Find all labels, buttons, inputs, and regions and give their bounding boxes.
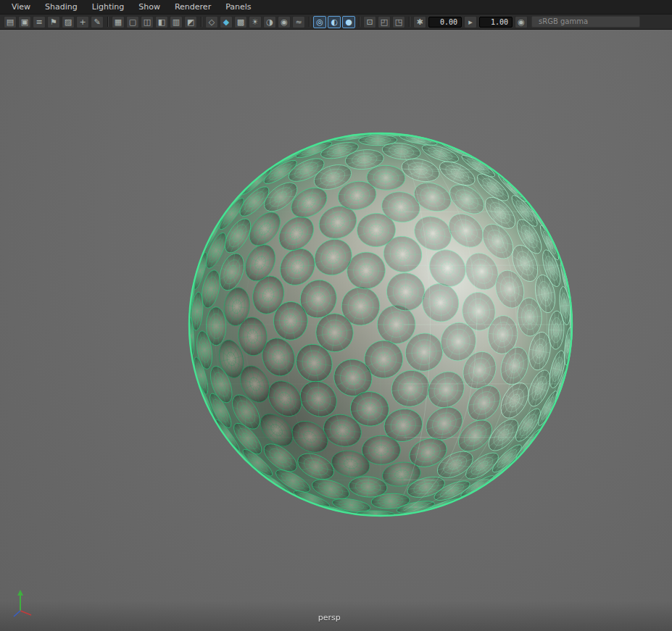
smooth-shade-icon[interactable]: ◆ xyxy=(220,16,233,28)
axis-x xyxy=(20,611,31,615)
menu-view[interactable]: View xyxy=(4,1,38,14)
gate-mask-icon[interactable]: ◧ xyxy=(155,16,168,28)
lock-camera-icon[interactable]: ▣ xyxy=(18,16,31,28)
view-transform-icon[interactable]: ◉ xyxy=(515,16,528,28)
axis-z xyxy=(14,611,20,617)
viewport-canvas[interactable] xyxy=(0,30,672,631)
bookmarks-icon[interactable]: ⚑ xyxy=(47,16,60,28)
motion-blur-icon[interactable]: ≈ xyxy=(292,16,305,28)
grid-icon[interactable]: ▦ xyxy=(112,16,125,28)
xray-joints-icon[interactable]: ● xyxy=(342,16,355,28)
panel-menu-bar: View Shading Lighting Show Renderer Pane… xyxy=(0,0,672,14)
menu-show[interactable]: Show xyxy=(131,1,167,14)
wireframe-icon[interactable]: ◇ xyxy=(205,16,218,28)
toolbar-separator xyxy=(359,17,360,27)
menu-renderer[interactable]: Renderer xyxy=(167,1,218,14)
viewport[interactable]: persp xyxy=(0,30,672,631)
safe-action-icon[interactable]: ◩ xyxy=(184,16,197,28)
exposure-field[interactable] xyxy=(428,17,462,28)
select-camera-icon[interactable]: ▤ xyxy=(4,16,17,28)
image-plane-icon[interactable]: ▨ xyxy=(62,16,75,28)
view-transform-dropdown[interactable]: sRGB gamma xyxy=(531,16,640,28)
camera-label: persp xyxy=(318,613,341,622)
shadows-icon[interactable]: ◑ xyxy=(263,16,276,28)
toolbar-separator xyxy=(309,17,310,27)
grease-pencil-icon[interactable]: ✎ xyxy=(91,16,104,28)
film-gate-icon[interactable]: ▢ xyxy=(126,16,139,28)
menu-shading[interactable]: Shading xyxy=(38,1,85,14)
toolbar-icon-groups: ▤▣≡⚑▨+✎▦▢◫◧▥◩◇◆▩☀◑◉≈◎◐●⊡◰◳ xyxy=(3,16,406,28)
panel-toolbar: ▤▣≡⚑▨+✎▦▢◫◧▥◩◇◆▩☀◑◉≈◎◐●⊡◰◳ ✱ ▸ ◉ sRGB ga… xyxy=(0,14,672,30)
gamma-field[interactable] xyxy=(479,17,513,28)
toolbar-separator xyxy=(201,17,202,27)
toolbar-separator xyxy=(409,17,410,27)
ssao-icon[interactable]: ◉ xyxy=(278,16,291,28)
exposure-icon[interactable]: ✱ xyxy=(413,16,426,28)
field-chart-icon[interactable]: ▥ xyxy=(170,16,183,28)
toolbar-separator xyxy=(107,17,108,27)
menu-panels[interactable]: Panels xyxy=(218,1,258,14)
textured-icon[interactable]: ▩ xyxy=(234,16,247,28)
xray-active-components-icon[interactable]: ◐ xyxy=(328,16,341,28)
use-all-lights-icon[interactable]: ☀ xyxy=(249,16,262,28)
axis-gizmo[interactable] xyxy=(12,588,41,619)
camera-attributes-icon[interactable]: ≡ xyxy=(33,16,46,28)
pan-zoom-icon[interactable]: + xyxy=(76,16,89,28)
axis-y-arrow xyxy=(17,590,23,596)
xray-icon[interactable]: ◎ xyxy=(313,16,326,28)
isolate-select-icon[interactable]: ⊡ xyxy=(363,16,376,28)
menu-lighting[interactable]: Lighting xyxy=(85,1,131,14)
tear-off-panel-icon[interactable]: ◰ xyxy=(378,16,391,28)
resolution-gate-icon[interactable]: ◫ xyxy=(141,16,154,28)
pop-out-panel-icon[interactable]: ◳ xyxy=(392,16,405,28)
gamma-icon[interactable]: ▸ xyxy=(464,16,477,28)
